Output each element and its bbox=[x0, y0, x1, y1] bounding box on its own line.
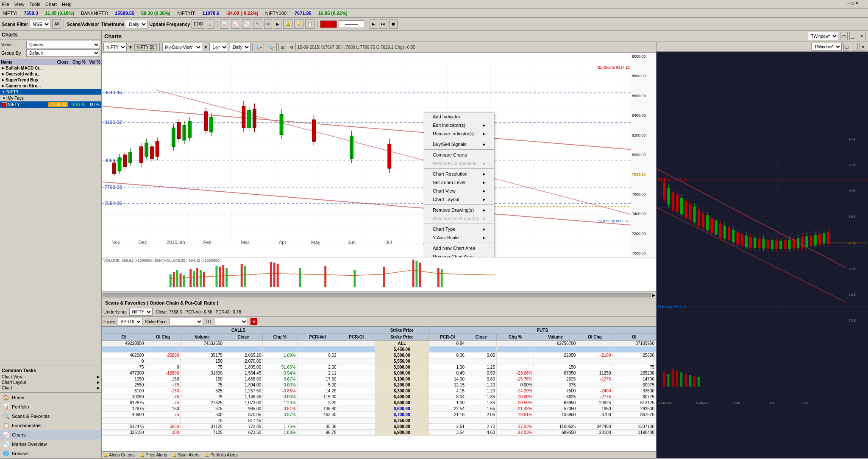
chart-svg[interactable]: 8643.45 8192.32 8068.82 7768.08 7584.85 bbox=[102, 53, 631, 257]
stop-btn[interactable]: ⏹ bbox=[389, 20, 398, 29]
toolbar-ellipsis[interactable]: ... bbox=[207, 20, 214, 29]
item-nifty[interactable]: NIFTY 7,558.30 0.16 % 80 % bbox=[0, 101, 101, 108]
ct-chart[interactable]: Chart ▶ bbox=[2, 385, 100, 391]
table-row[interactable]: 612675-75278251,073.001.23%3.206,500.001… bbox=[102, 400, 656, 406]
table-row[interactable]: 01502,070.005,550.00 bbox=[102, 358, 656, 364]
tb-icon5[interactable]: ⚙ bbox=[264, 20, 272, 29]
window-controls[interactable]: ─ □ ✕ bbox=[847, 1, 859, 6]
tb-icon8[interactable]: 💡 bbox=[294, 20, 303, 29]
cm-add-area[interactable]: Add New Chart Area bbox=[424, 244, 494, 252]
nav-fundamentals[interactable]: 📋 Fundamentals bbox=[0, 421, 101, 430]
right-collapse-btn[interactable]: _ bbox=[852, 43, 858, 50]
tb-icon3[interactable]: 📉 bbox=[242, 20, 251, 29]
twindow-select[interactable]: TWindow* bbox=[808, 32, 838, 40]
tb-icon1[interactable]: 📊 bbox=[220, 20, 229, 29]
nav-charts[interactable]: 📈 Charts bbox=[0, 430, 101, 439]
table-row[interactable]: 75817.456,750.00 bbox=[102, 418, 656, 424]
interval-select[interactable]: Daily bbox=[230, 43, 250, 51]
item-myfavs[interactable]: ▶ My Favs bbox=[0, 95, 101, 101]
cm-chart-layout[interactable]: Chart Layout ▶ bbox=[424, 195, 494, 204]
tb-icon7[interactable]: 🔔 bbox=[283, 20, 292, 29]
table-row[interactable]: 477300-16800318001,564.450.94%2.116,000.… bbox=[102, 370, 656, 376]
eod-btn[interactable]: EOD bbox=[192, 20, 205, 29]
cm-remove-area[interactable]: Remove Chart Area bbox=[424, 252, 494, 257]
group-supertrend[interactable]: ▶ SuperTrend Buy bbox=[0, 77, 101, 83]
nav-scans[interactable]: 🔍 Scans & Favorites bbox=[0, 411, 101, 421]
cm-yaxis[interactable]: Y-Axis Scale ▶ bbox=[424, 233, 494, 242]
strike-select[interactable] bbox=[169, 318, 203, 325]
zoom-out-btn[interactable]: 🔍- bbox=[266, 43, 276, 51]
nav-home[interactable]: 🏠 Home bbox=[0, 393, 101, 402]
expiry-select[interactable]: APR16 bbox=[118, 318, 142, 325]
cm-buysell[interactable]: Buy/Sell Signals ▶ bbox=[424, 140, 494, 148]
cm-chart-res[interactable]: Chart Resolution ▶ bbox=[424, 170, 494, 178]
cm-compare[interactable]: Compare Charts bbox=[424, 151, 494, 159]
table-row[interactable]: 2550-75751,394.000.00%5.006,200.0012.151… bbox=[102, 382, 656, 388]
table-row[interactable]: 4922085074332650ALL0.846275670037105950 bbox=[102, 341, 656, 347]
cm-chart-view[interactable]: Chart View ▶ bbox=[424, 187, 494, 195]
right-close-btn[interactable]: ✕ bbox=[860, 43, 866, 50]
groupby-select[interactable]: Default bbox=[26, 49, 100, 57]
alerts-criteria[interactable]: 🔔 Alerts Criteria bbox=[103, 453, 135, 457]
cm-set-zoom[interactable]: Set Zoom Level ▶ bbox=[424, 178, 494, 187]
cm-edit-indicator[interactable]: Edit Indicator(s) ▶ bbox=[424, 121, 494, 129]
step-btn[interactable]: ⏭ bbox=[379, 20, 387, 29]
menu-view[interactable]: View bbox=[14, 2, 25, 7]
scan-alerts[interactable]: 🔔 Scan Alerts bbox=[172, 453, 199, 457]
nse-select[interactable]: NSE bbox=[30, 20, 50, 28]
tb-icon2[interactable]: 📈 bbox=[231, 20, 240, 29]
right-twindow-select[interactable]: TWindow* bbox=[811, 43, 842, 50]
zoom-fit-btn[interactable]: ⊡ bbox=[278, 43, 286, 51]
table-row[interactable]: 750751,895.0051.60%2.005,900.001.001.251… bbox=[102, 364, 656, 370]
group-gainers[interactable]: ▶ Gainers on Stro... bbox=[0, 83, 101, 89]
table-row[interactable]: 10501501501,658.003.67%17.506,100.0014.0… bbox=[102, 376, 656, 382]
chart-close-btn[interactable]: ✕ bbox=[858, 32, 865, 40]
chart-expand-btn[interactable]: ◻ bbox=[840, 32, 848, 40]
all-btn[interactable]: All bbox=[52, 20, 61, 29]
cm-remove-indicator[interactable]: Remove Indicator(s) ▶ bbox=[424, 129, 494, 138]
ct-chartlayout[interactable]: Chart Layout ▶ bbox=[2, 380, 100, 385]
daily-select[interactable]: Daily bbox=[126, 20, 147, 28]
table-row[interactable]: 512475-585031125772.851.76%35.366,800.00… bbox=[102, 424, 656, 430]
zoom-in-btn[interactable]: 🔍+ bbox=[252, 43, 264, 51]
nav-browser[interactable]: 🌐 Browser bbox=[0, 449, 101, 458]
table-row[interactable]: 10050-75751,146.450.00%115.006,400.008.0… bbox=[102, 394, 656, 400]
menu-tools[interactable]: Tools bbox=[29, 2, 40, 7]
cm-chart-type[interactable]: Chart Type ▶ bbox=[424, 225, 494, 233]
ct-chartview[interactable]: Chart View ▶ bbox=[2, 374, 100, 380]
nav-portfolio[interactable]: 📊 Portfolio bbox=[0, 402, 101, 411]
right-chart-canvas[interactable]: SL(Short): 8314.13 SL(Long): 6802.47 201… bbox=[657, 52, 868, 458]
symbol-select[interactable]: NIFTY bbox=[103, 43, 127, 51]
table-row[interactable]: 402000-25800351752,065.201.09%0.635,500.… bbox=[102, 353, 656, 358]
line-picker[interactable]: ──── bbox=[339, 20, 364, 28]
price-alerts[interactable]: 🔔 Price Alerts bbox=[140, 453, 167, 457]
color-picker[interactable] bbox=[320, 20, 337, 28]
strike-to-select[interactable] bbox=[214, 318, 248, 325]
expiry-close-btn[interactable]: ✕ bbox=[250, 318, 257, 325]
scroll-bar[interactable]: ▶ bbox=[102, 291, 656, 299]
view-select[interactable]: Quotes bbox=[26, 41, 100, 48]
scroll-right[interactable]: ▶ bbox=[652, 293, 655, 297]
tb-icon6[interactable]: ▶ bbox=[274, 20, 281, 29]
menu-help[interactable]: Help bbox=[62, 2, 72, 7]
table-row[interactable]: 8100-1505251,257.50-0.86%14.296,300.004.… bbox=[102, 388, 656, 394]
menu-chart[interactable]: Chart bbox=[45, 2, 57, 7]
table-row[interactable]: 12975150375965.00-0.51%138.806,600.0022.… bbox=[102, 406, 656, 412]
tb-icon9[interactable]: 📋 bbox=[305, 20, 314, 29]
chart-settings-btn[interactable]: ⚙ bbox=[288, 43, 296, 51]
view-select-chart[interactable]: My-Daily-View* bbox=[162, 43, 202, 51]
portfolio-alerts[interactable]: 🔔 Portfolio Alerts bbox=[205, 453, 238, 457]
group-nifty[interactable]: ▼ NIFTY bbox=[0, 89, 101, 95]
menu-file[interactable]: File bbox=[2, 2, 9, 7]
table-row[interactable]: 40950-75300870.050.97%463.006,700.0021.1… bbox=[102, 412, 656, 418]
chart-collapse-btn[interactable]: _ bbox=[849, 32, 856, 40]
play-btn[interactable]: ▶ bbox=[370, 20, 377, 29]
cm-remove-drawing[interactable]: Remove Drawing(s) ▶ bbox=[424, 206, 494, 214]
tb-icon4[interactable]: 🔧 bbox=[253, 20, 262, 29]
group-oversold[interactable]: ▶ Oversold with a... bbox=[0, 71, 101, 77]
table-row[interactable]: 5,450.00 bbox=[102, 347, 656, 353]
table-row[interactable]: 336150-3007125673.501.83%96.786,900.003.… bbox=[102, 430, 656, 436]
group-bullish[interactable]: ▶ Bullish MACD Cr... bbox=[0, 65, 101, 71]
cm-add-indicator[interactable]: Add Indicator bbox=[424, 112, 494, 121]
right-expand-btn[interactable]: ◻ bbox=[843, 43, 850, 50]
